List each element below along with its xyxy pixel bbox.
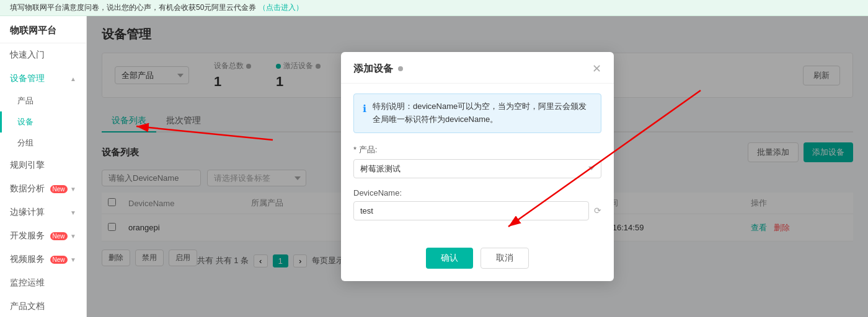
sidebar-label-data-analysis: 数据分析 bbox=[10, 183, 45, 194]
sidebar-item-quickstart[interactable]: 快速入门 bbox=[0, 43, 86, 67]
sidebar-label-device: 设备 bbox=[17, 117, 33, 126]
chevron-down-icon-dev: ▼ bbox=[70, 233, 76, 240]
modal-header: 添加设备 ✕ bbox=[341, 52, 614, 84]
modal-body: ℹ 特别说明：deviceName可以为空，当为空时，阿里云会颁发全局唯一标识符… bbox=[341, 84, 614, 240]
sidebar-item-device[interactable]: 设备 bbox=[0, 111, 86, 132]
device-name-input[interactable] bbox=[353, 201, 589, 220]
modal-title: 添加设备 bbox=[353, 63, 403, 76]
product-label: * 产品: bbox=[353, 144, 601, 155]
product-select-modal[interactable]: 树莓派测试 bbox=[353, 159, 601, 178]
info-text: 特别说明：deviceName可以为空，当为空时，阿里云会颁发全局唯一标识符作为… bbox=[373, 100, 592, 126]
chevron-down-icon-video: ▼ bbox=[70, 256, 76, 263]
sidebar-item-docs[interactable]: 产品文档 bbox=[0, 295, 86, 317]
info-box: ℹ 特别说明：deviceName可以为空，当为空时，阿里云会颁发全局唯一标识符… bbox=[353, 93, 601, 133]
top-banner: 填写物联网平台满意度问卷，说出您的心声，有机会收获50元阿里云代金券 （点击进入… bbox=[0, 0, 868, 16]
sidebar-item-edge[interactable]: 边缘计算 ▼ bbox=[0, 201, 86, 224]
sidebar-item-monitor[interactable]: 监控运维 bbox=[0, 271, 86, 295]
sidebar-label-product: 产品 bbox=[17, 96, 33, 105]
app-title: 物联网平台 bbox=[0, 16, 86, 43]
sidebar-label-video: 视频服务 bbox=[10, 254, 45, 265]
sidebar-label-monitor: 监控运维 bbox=[10, 277, 45, 289]
sidebar-label-device-management: 设备管理 bbox=[10, 73, 45, 84]
chevron-down-icon-data: ▼ bbox=[70, 186, 76, 193]
modal-overlay: 添加设备 ✕ ℹ 特别说明：deviceName可以为空，当为空时，阿里云会颁发… bbox=[87, 16, 868, 317]
sidebar-label-edge: 边缘计算 bbox=[10, 207, 45, 218]
sidebar-item-product[interactable]: 产品 bbox=[0, 90, 86, 111]
sidebar-label-dev-services: 开发服务 bbox=[10, 230, 45, 241]
add-device-modal: 添加设备 ✕ ℹ 特别说明：deviceName可以为空，当为空时，阿里云会颁发… bbox=[341, 52, 614, 281]
modal-title-text: 添加设备 bbox=[353, 63, 393, 76]
sidebar-label-group: 分组 bbox=[17, 138, 33, 147]
product-label-text: * 产品: bbox=[353, 145, 377, 154]
info-icon: ℹ bbox=[363, 101, 366, 117]
banner-text: 填写物联网平台满意度问卷，说出您的心声，有机会收获50元阿里云代金券 bbox=[10, 3, 256, 12]
sidebar-item-video[interactable]: 视频服务 New ▼ bbox=[0, 248, 86, 271]
sidebar-item-rules[interactable]: 规则引擎 bbox=[0, 154, 86, 177]
chevron-up-icon: ▲ bbox=[70, 76, 76, 82]
badge-new-video: New bbox=[50, 256, 68, 264]
device-name-field: DeviceName: ⟳ bbox=[353, 188, 601, 220]
product-field: * 产品: 树莓派测试 bbox=[353, 144, 601, 178]
sidebar-item-device-management[interactable]: 设备管理 ▲ bbox=[0, 67, 86, 90]
sidebar: 物联网平台 快速入门 设备管理 ▲ 产品 设备 分组 规则引擎 数据分析 New… bbox=[0, 16, 87, 317]
close-icon[interactable]: ✕ bbox=[592, 62, 601, 76]
chevron-down-icon-edge: ▼ bbox=[70, 209, 76, 216]
refresh-input-icon: ⟳ bbox=[594, 206, 601, 215]
sidebar-label-quickstart: 快速入门 bbox=[10, 50, 45, 61]
sidebar-item-data-analysis[interactable]: 数据分析 New ▼ bbox=[0, 177, 86, 201]
sidebar-label-docs: 产品文档 bbox=[10, 301, 45, 312]
modal-title-dot bbox=[398, 66, 403, 71]
banner-link[interactable]: （点击进入） bbox=[259, 3, 303, 12]
modal-footer: 确认 取消 bbox=[341, 240, 614, 281]
cancel-button[interactable]: 取消 bbox=[480, 248, 529, 269]
sidebar-item-dev-services[interactable]: 开发服务 New ▼ bbox=[0, 224, 86, 248]
sidebar-label-rules: 规则引擎 bbox=[10, 160, 45, 171]
main-content: 设备管理 全部产品 设备总数 1 激活设备 bbox=[87, 16, 868, 317]
sidebar-item-group[interactable]: 分组 bbox=[0, 132, 86, 154]
badge-new-dev: New bbox=[50, 232, 68, 240]
device-name-label: DeviceName: bbox=[353, 188, 601, 198]
badge-new-data: New bbox=[50, 185, 68, 193]
confirm-button[interactable]: 确认 bbox=[426, 248, 473, 269]
